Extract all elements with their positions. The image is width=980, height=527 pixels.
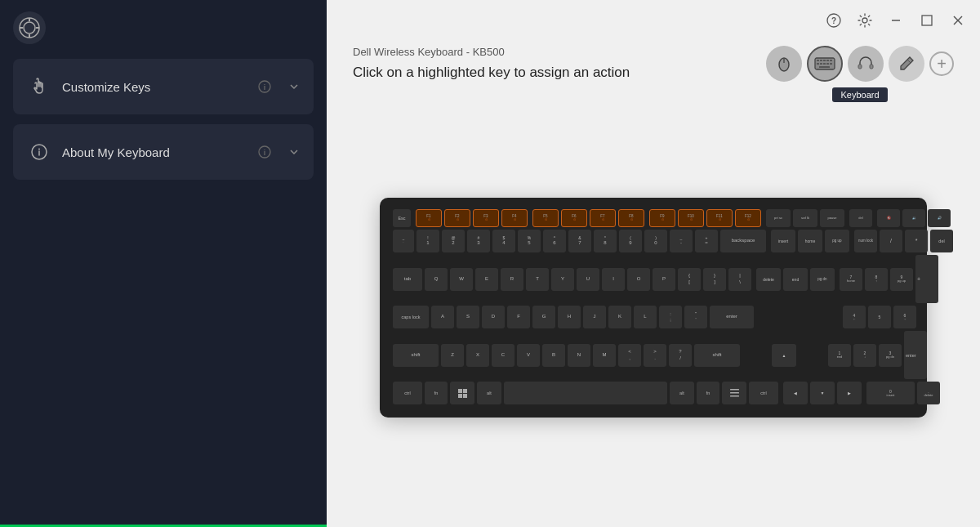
key-p[interactable]: P: [653, 268, 675, 291]
key-o[interactable]: O: [627, 268, 650, 291]
key-num7[interactable]: 7home: [840, 268, 862, 291]
key-menu[interactable]: [722, 382, 746, 404]
key-num4[interactable]: 4←: [843, 306, 866, 328]
key-pause[interactable]: pause: [820, 209, 844, 227]
key-x[interactable]: X: [466, 344, 489, 367]
key-vol-up[interactable]: 🔊: [928, 209, 951, 227]
key-capslock[interactable]: caps lock: [393, 306, 429, 328]
key-4[interactable]: $4: [492, 230, 515, 252]
chevron-down-icon-customize[interactable]: [287, 80, 301, 93]
key-arrow-right[interactable]: ▶: [837, 382, 862, 404]
key-3[interactable]: #3: [467, 230, 490, 252]
info-icon-about[interactable]: i: [258, 145, 271, 159]
settings-button[interactable]: [853, 8, 877, 33]
key-f7[interactable]: F7⊙: [590, 209, 616, 227]
key-vol-down[interactable]: 🔉: [902, 209, 925, 227]
device-icon-keyboard[interactable]: [807, 46, 843, 82]
key-n[interactable]: N: [568, 344, 590, 367]
key-num-del[interactable]: del: [930, 230, 953, 252]
key-f3[interactable]: F3⊙: [473, 209, 499, 227]
chevron-down-icon-about[interactable]: [287, 145, 301, 159]
key-shift-left[interactable]: shift: [393, 344, 439, 367]
key-num9[interactable]: 9pg up: [890, 268, 913, 291]
info-icon-customize[interactable]: i: [258, 80, 271, 93]
key-9[interactable]: (9: [619, 230, 642, 252]
key-r[interactable]: R: [501, 268, 523, 291]
key-f2[interactable]: F2⊙: [444, 209, 470, 227]
key-backslash[interactable]: |\: [728, 268, 751, 291]
key-f11[interactable]: F11⊙: [706, 209, 733, 227]
device-icon-headset[interactable]: [848, 46, 884, 82]
key-num8[interactable]: 8↑: [865, 268, 888, 291]
key-num3[interactable]: 3pg dn: [879, 344, 902, 367]
key-quote[interactable]: "': [684, 306, 707, 328]
key-j[interactable]: J: [583, 306, 606, 328]
key-tab[interactable]: tab: [393, 268, 422, 291]
key-0[interactable]: )0: [644, 230, 667, 252]
key-lbracket[interactable]: {[: [678, 268, 701, 291]
key-y[interactable]: Y: [551, 268, 574, 291]
key-f12[interactable]: F12⊙: [735, 209, 761, 227]
key-enter[interactable]: enter: [710, 306, 754, 328]
key-pgup[interactable]: pg up: [825, 230, 849, 252]
key-tilde[interactable]: ~`: [393, 230, 414, 252]
key-f4[interactable]: F4⊙: [501, 209, 528, 227]
key-v[interactable]: V: [517, 344, 540, 367]
key-win[interactable]: [450, 382, 474, 404]
key-1[interactable]: !1: [416, 230, 439, 252]
key-2[interactable]: @2: [442, 230, 465, 252]
key-ctrl-left[interactable]: ctrl: [393, 382, 422, 404]
key-alt-left[interactable]: alt: [477, 382, 501, 404]
help-button[interactable]: ?: [822, 8, 846, 33]
key-k[interactable]: K: [608, 306, 631, 328]
key-plus[interactable]: +=: [695, 230, 718, 252]
key-arrow-up[interactable]: ▲: [772, 344, 796, 367]
key-7[interactable]: &7: [568, 230, 591, 252]
key-num-mul[interactable]: *: [905, 230, 928, 252]
device-icon-pen[interactable]: [889, 46, 924, 82]
key-d[interactable]: D: [482, 306, 505, 328]
key-f9[interactable]: F9⊙: [649, 209, 675, 227]
key-fn-right[interactable]: fn: [697, 382, 719, 404]
key-num0[interactable]: 0insert: [866, 382, 915, 404]
close-button[interactable]: [946, 8, 970, 33]
key-i[interactable]: I: [602, 268, 625, 291]
key-end[interactable]: end: [783, 268, 808, 291]
key-numenter[interactable]: enter: [904, 331, 927, 379]
key-u[interactable]: U: [577, 268, 599, 291]
key-arrow-down[interactable]: ▼: [810, 382, 835, 404]
key-pgdn[interactable]: pg dn: [810, 268, 835, 291]
key-arrow-left[interactable]: ◀: [783, 382, 808, 404]
key-delete[interactable]: delete: [756, 268, 781, 291]
sidebar-item-about-keyboard[interactable]: About My Keyboard i: [13, 124, 314, 180]
key-insert[interactable]: insert: [771, 230, 795, 252]
key-q[interactable]: Q: [425, 268, 448, 291]
key-period[interactable]: >.: [644, 344, 666, 367]
key-t[interactable]: T: [526, 268, 549, 291]
key-fn[interactable]: fn: [425, 382, 448, 404]
key-f8[interactable]: F8⊙: [618, 209, 644, 227]
key-a[interactable]: A: [431, 306, 454, 328]
key-f5[interactable]: F5⊙: [532, 209, 559, 227]
key-rbracket[interactable]: }]: [703, 268, 726, 291]
key-c[interactable]: C: [492, 344, 514, 367]
key-slash[interactable]: ?/: [669, 344, 692, 367]
key-semicolon[interactable]: :;: [659, 306, 682, 328]
key-5[interactable]: %5: [518, 230, 541, 252]
key-esc[interactable]: Esc: [393, 209, 411, 227]
key-z[interactable]: Z: [441, 344, 464, 367]
key-numdot[interactable]: .delete: [917, 382, 940, 404]
device-icon-mouse[interactable]: [766, 46, 802, 82]
add-device-button[interactable]: +: [929, 51, 954, 76]
key-ctrl-right[interactable]: ctrl: [749, 382, 778, 404]
key-g[interactable]: G: [532, 306, 555, 328]
key-b[interactable]: B: [542, 344, 565, 367]
key-home[interactable]: home: [798, 230, 822, 252]
key-mute-top[interactable]: 🔇: [877, 209, 900, 227]
key-e[interactable]: E: [475, 268, 498, 291]
key-minus[interactable]: _-: [670, 230, 693, 252]
key-m[interactable]: M: [593, 344, 616, 367]
key-f10[interactable]: F10⊙: [678, 209, 704, 227]
key-numplus[interactable]: +: [915, 255, 938, 303]
key-s[interactable]: S: [457, 306, 479, 328]
